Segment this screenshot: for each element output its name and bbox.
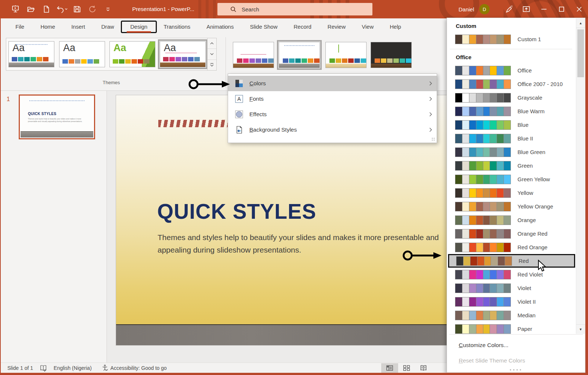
color-theme-grayscale[interactable]: Grayscale — [447, 91, 575, 104]
tab-home[interactable]: Home — [32, 18, 63, 36]
color-theme-red-violet[interactable]: Red Violet — [447, 268, 575, 281]
tab-review[interactable]: Review — [320, 18, 354, 36]
color-theme-red-orange[interactable]: Red Orange — [447, 240, 575, 254]
minimize-icon[interactable] — [535, 0, 553, 18]
flyout-customize-colors[interactable]: Customize Colors... — [447, 338, 585, 353]
accessibility-person-icon[interactable] — [101, 364, 108, 371]
redo-icon[interactable] — [87, 3, 98, 16]
color-swatch — [490, 148, 497, 157]
window-border — [0, 373, 588, 375]
menu-item-fonts[interactable]: AFonts — [228, 91, 437, 107]
color-theme-yellow-orange[interactable]: Yellow Orange — [447, 200, 575, 213]
color-swatch — [476, 284, 483, 293]
tab-view[interactable]: View — [354, 18, 382, 36]
tab-record[interactable]: Record — [285, 18, 319, 36]
color-swatch — [476, 270, 483, 279]
flyout-resize-grip[interactable] — [510, 369, 522, 371]
gallery-more-icon[interactable] — [208, 60, 216, 70]
slide-body-text[interactable]: Themes and styles help to beautify your … — [158, 231, 442, 256]
slide-thumbnail[interactable]: QUICK STYLES Themes and styles help to b… — [19, 94, 95, 139]
color-swatch — [504, 229, 511, 238]
color-theme-office[interactable]: Office — [447, 64, 575, 77]
color-swatch — [361, 58, 366, 63]
search-input[interactable]: Search — [217, 3, 372, 15]
color-swatch — [476, 80, 483, 89]
color-theme-office-2007-2010[interactable]: Office 2007 - 2010 — [447, 77, 575, 91]
slide-thumbnail-preview: QUICK STYLES Themes and styles help to b… — [21, 96, 93, 138]
scroll-up-icon[interactable] — [208, 38, 216, 49]
color-theme-blue-green[interactable]: Blue Green — [447, 145, 575, 159]
menu-item-background-styles[interactable]: Background Styles — [228, 122, 437, 138]
menu-item-colors[interactable]: Colors — [228, 76, 437, 91]
new-file-icon[interactable] — [40, 3, 52, 16]
color-theme-orange[interactable]: Orange — [447, 213, 575, 227]
variant-thumbnail-4[interactable] — [371, 42, 412, 68]
tab-animations[interactable]: Animations — [198, 18, 242, 36]
slide-counter[interactable]: Slide 1 of 1 — [7, 365, 33, 371]
language-indicator[interactable]: English (Nigeria) — [54, 365, 91, 371]
color-theme-custom-1[interactable]: Custom 1 — [447, 32, 575, 46]
color-theme-blue-warm[interactable]: Blue Warm — [447, 104, 575, 118]
color-theme-paper[interactable]: Paper — [447, 322, 575, 336]
menu-resize-grip[interactable] — [432, 138, 436, 142]
color-theme-blue-ii[interactable]: Blue II — [447, 132, 575, 145]
avatar[interactable]: D — [479, 4, 490, 14]
scrollbar-thumb[interactable] — [577, 29, 584, 77]
theme-thumbnail-4[interactable]: Aa — [160, 41, 206, 67]
scroll-down-icon[interactable]: ▼ — [576, 324, 585, 334]
variant-thumbnail-2[interactable] — [279, 42, 320, 68]
view-switcher — [381, 363, 432, 373]
color-swatch — [470, 257, 477, 265]
normal-view-icon[interactable] — [381, 363, 398, 373]
draw-pen-icon[interactable] — [500, 0, 517, 18]
color-theme-violet[interactable]: Violet — [447, 281, 575, 295]
color-swatch — [497, 311, 504, 320]
thumbnail-swatch-row — [163, 57, 200, 61]
tab-design[interactable]: Design — [122, 18, 156, 36]
color-swatch — [497, 325, 504, 333]
reading-view-icon[interactable] — [415, 363, 432, 373]
close-icon[interactable] — [570, 0, 588, 18]
tab-label: Insert — [71, 24, 85, 30]
tab-file[interactable]: File — [7, 18, 32, 36]
palette-swatch-strip — [455, 161, 511, 171]
accessibility-status[interactable]: Accessibility: Good to go — [111, 365, 167, 371]
tab-slide-show[interactable]: Slide Show — [242, 18, 285, 36]
color-theme-red[interactable]: Red — [448, 254, 575, 268]
theme-thumbnail-1[interactable]: Aa — [8, 41, 54, 67]
save-icon[interactable] — [71, 3, 83, 16]
start-slideshow-icon[interactable] — [10, 3, 21, 16]
maximize-icon[interactable] — [553, 0, 570, 18]
color-theme-yellow[interactable]: Yellow — [447, 186, 575, 200]
scroll-down-icon[interactable] — [208, 49, 216, 60]
thumbnail-swatch-row — [283, 58, 320, 63]
theme-thumbnail-3[interactable]: Aa — [109, 41, 155, 67]
menu-item-effects[interactable]: Effects — [228, 107, 437, 122]
theme-thumbnail-2[interactable]: Aa — [59, 41, 105, 67]
slide-sorter-icon[interactable] — [398, 363, 415, 373]
spellcheck-book-icon[interactable] — [40, 364, 47, 372]
color-swatch — [497, 284, 504, 293]
color-swatch — [497, 175, 504, 184]
color-theme-green-yellow[interactable]: Green Yellow — [447, 172, 575, 186]
color-theme-blue[interactable]: Blue — [447, 118, 575, 132]
tab-help[interactable]: Help — [382, 18, 409, 36]
color-swatch — [455, 175, 462, 184]
user-name[interactable]: Daniel — [458, 6, 474, 12]
tab-transitions[interactable]: Transitions — [155, 18, 198, 36]
scroll-up-icon[interactable]: ▲ — [576, 18, 585, 28]
color-theme-green[interactable]: Green — [447, 159, 575, 172]
variant-thumbnail-1[interactable] — [233, 42, 274, 68]
ribbon-display-options-icon[interactable] — [517, 0, 535, 18]
undo-icon[interactable] — [56, 3, 68, 16]
flyout-scrollbar[interactable]: ▲ ▼ — [576, 18, 585, 334]
customize-qat-icon[interactable] — [102, 3, 114, 16]
color-theme-median[interactable]: Median — [447, 308, 575, 322]
slide-title-text[interactable]: QUICK STYLES — [157, 199, 316, 224]
variant-thumbnail-3[interactable] — [325, 42, 367, 68]
tab-insert[interactable]: Insert — [63, 18, 93, 36]
tab-draw[interactable]: Draw — [93, 18, 122, 36]
open-icon[interactable] — [25, 3, 37, 16]
color-theme-violet-ii[interactable]: Violet II — [447, 295, 575, 308]
color-theme-orange-red[interactable]: Orange Red — [447, 227, 575, 240]
